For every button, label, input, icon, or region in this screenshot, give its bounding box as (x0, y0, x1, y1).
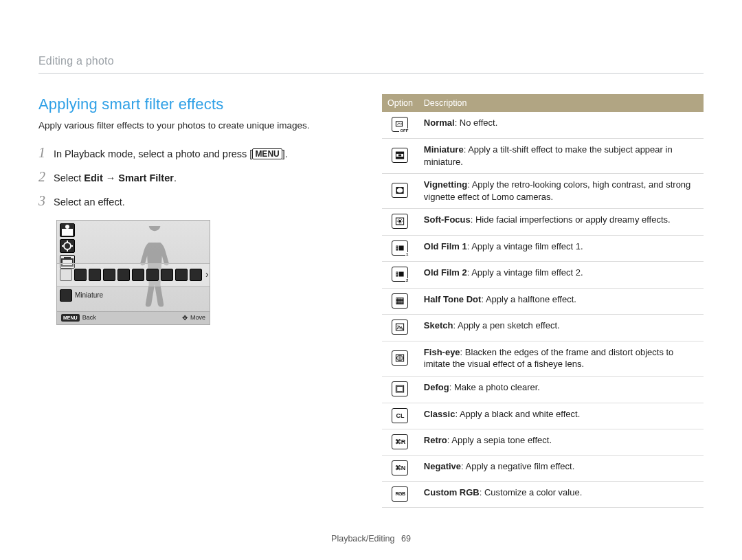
svg-point-2 (64, 243, 71, 249)
svg-rect-17 (397, 248, 398, 249)
step-2-bold: Edit → Smart Filter (84, 172, 174, 183)
svg-point-35 (401, 300, 402, 300)
option-description: Sketch: Apply a pen sketch effect. (418, 315, 704, 341)
option-description: Vignetting: Apply the retro-looking colo… (418, 174, 704, 209)
step-number: 3 (38, 192, 54, 210)
svg-rect-25 (399, 272, 404, 277)
filter-thumb (117, 269, 130, 281)
negative-icon: ⌘N (392, 460, 408, 475)
option-name: Sketch (424, 320, 453, 331)
step-3-text: Select an effect. (54, 196, 125, 210)
fisheye-icon (392, 350, 408, 366)
option-name: Miniature (424, 144, 464, 155)
svg-rect-22 (397, 273, 398, 274)
option-row: Soft-Focus: Hide facial imperfections or… (382, 209, 704, 236)
footer-back-label: Back (82, 313, 96, 322)
option-name: Negative (424, 461, 461, 471)
svg-point-11 (397, 188, 403, 193)
old-film-2-icon: 2 (392, 267, 408, 282)
option-row: CLClassic: Apply a black and white effec… (382, 403, 704, 429)
svg-rect-15 (397, 246, 398, 247)
svg-point-34 (400, 300, 401, 300)
filter-thumb (175, 269, 188, 281)
option-description: Retro: Apply a sepia tone effect. (418, 429, 704, 455)
option-row: Fish-eye: Blacken the edges of the frame… (382, 341, 704, 376)
breadcrumb: Editing a photo (38, 54, 704, 74)
svg-point-33 (398, 300, 399, 300)
option-description: Custom RGB: Customize a color value. (418, 481, 704, 507)
option-name: Custom RGB (424, 487, 480, 497)
option-name: Fish-eye (424, 347, 460, 357)
svg-point-43 (398, 302, 399, 303)
filter-thumb (132, 269, 144, 281)
svg-point-38 (398, 301, 399, 302)
option-description: Old Film 1: Apply a vintage film effect … (418, 235, 704, 262)
svg-rect-4 (64, 257, 71, 260)
svg-point-27 (397, 298, 398, 299)
filter-thumb (74, 269, 87, 281)
svg-point-28 (398, 298, 399, 299)
option-name: Defog (424, 382, 449, 392)
svg-rect-9 (398, 155, 401, 157)
filter-thumb (190, 269, 202, 281)
option-row: Defog: Make a photo clearer. (382, 377, 704, 403)
option-name: Normal (424, 117, 455, 128)
defog-icon (392, 381, 408, 396)
svg-point-36 (403, 300, 403, 300)
halftone-icon (392, 293, 408, 309)
step-number: 2 (38, 168, 54, 186)
option-description: Old Film 2: Apply a vintage film effect … (418, 262, 704, 289)
normal-off-icon: OFF (392, 117, 408, 132)
svg-point-46 (403, 302, 403, 303)
svg-point-13 (398, 220, 401, 223)
footer-move-label: Move (190, 313, 205, 322)
svg-point-37 (397, 301, 398, 302)
option-row: Half Tone Dot: Apply a halftone effect. (382, 288, 704, 315)
option-description: Half Tone Dot: Apply a halftone effect. (418, 288, 704, 315)
old-film-1-icon: 1 (392, 240, 408, 256)
option-row: Miniature: Apply a tilt-shift effect to … (382, 139, 704, 174)
svg-point-45 (401, 302, 402, 303)
option-description: Soft-Focus: Hide facial imperfections or… (418, 209, 704, 236)
option-row: ⌘RRetro: Apply a sepia tone effect. (382, 429, 704, 455)
svg-rect-8 (396, 157, 404, 159)
svg-point-42 (397, 302, 398, 303)
rgb-icon: RGB (392, 486, 408, 502)
option-description: Miniature: Apply a tilt-shift effect to … (418, 139, 704, 174)
step-2-text-post: . (174, 172, 177, 183)
step-1-text-pre: In Playback mode, select a photo and pre… (54, 148, 252, 159)
svg-point-40 (401, 301, 402, 302)
screen-side-button (60, 223, 75, 237)
options-table: Option Description OFFNormal: No effect.… (382, 94, 704, 508)
page-footer: Playback/Editing 69 (0, 533, 742, 545)
option-description: Fish-eye: Blacken the edges of the frame… (418, 341, 704, 376)
step-2-text-pre: Select (54, 172, 84, 183)
option-name: Vignetting (424, 179, 467, 190)
filter-thumb (89, 269, 101, 281)
svg-point-31 (403, 298, 403, 299)
svg-point-44 (400, 302, 401, 303)
svg-rect-19 (399, 245, 404, 250)
svg-point-1 (65, 225, 69, 229)
option-description: Classic: Apply a black and white effect. (418, 403, 704, 429)
svg-rect-16 (397, 247, 398, 247)
option-row: 1Old Film 1: Apply a vintage film effect… (382, 235, 704, 262)
svg-rect-21 (397, 272, 398, 273)
svg-point-30 (401, 298, 402, 299)
option-name: Half Tone Dot (424, 294, 482, 304)
option-name: Old Film 2 (424, 267, 467, 278)
more-icon: › (205, 268, 209, 281)
option-description: Negative: Apply a negative film effect. (418, 455, 704, 481)
svg-rect-7 (396, 152, 404, 154)
menu-chip-icon: MENU (61, 314, 80, 322)
footer-section: Playback/Editing (331, 534, 394, 544)
option-description: Normal: No effect. (418, 112, 704, 138)
option-row: ⌘NNegative: Apply a negative film effect… (382, 455, 704, 481)
option-row: Sketch: Apply a pen sketch effect. (382, 315, 704, 341)
option-name: Old Film 1 (424, 241, 467, 251)
filter-icon-row: › (57, 263, 210, 287)
camera-screen-illustration: › Miniature MENU Back ✥ Move (56, 220, 210, 325)
option-row: Vignetting: Apply the retro-looking colo… (382, 174, 704, 209)
filter-thumb-selected (60, 269, 72, 281)
options-table-header: Option Description (382, 94, 704, 113)
